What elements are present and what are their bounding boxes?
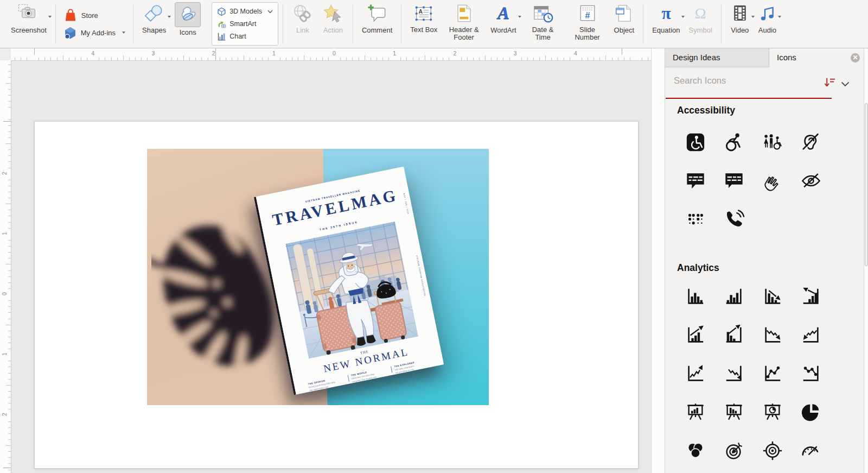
wordart-icon: A — [493, 2, 514, 25]
sort-icon[interactable] — [824, 77, 836, 90]
ruler-tick — [473, 58, 474, 60]
ruler-tick — [316, 58, 317, 60]
closed-captioning-alt-icon[interactable] — [714, 161, 753, 200]
canvas-scrollbar[interactable] — [651, 48, 665, 473]
my-add-ins-button[interactable]: My Add-ins — [62, 26, 126, 40]
line-chart-growth-icon[interactable] — [676, 354, 714, 393]
bar-chart-growth-icon[interactable] — [792, 277, 830, 316]
chart-button[interactable]: Chart — [217, 30, 246, 43]
symbol-button[interactable]: ΩSymbol — [684, 2, 716, 34]
action-label: Action — [323, 26, 343, 34]
bar-chart-rise-alt-icon[interactable] — [714, 316, 753, 354]
text-box-button[interactable]: AText Box — [406, 2, 442, 34]
slide[interactable]: VIETNAM TRAVELLER MAGAZINE TRAVELMAG THE… — [34, 121, 639, 469]
close-pane-button[interactable]: ✕ — [851, 53, 860, 62]
ruler-tick — [8, 343, 11, 343]
bar-chart-rise-icon[interactable] — [676, 316, 714, 354]
ruler-tick — [340, 58, 341, 60]
ruler-tick — [75, 58, 75, 60]
ruler-tick — [564, 58, 564, 60]
wheelchair-user-icon[interactable] — [714, 123, 753, 161]
equation-button[interactable]: πEquation — [648, 2, 684, 34]
date-time-button[interactable]: Date & Time — [521, 2, 565, 41]
ruler-tick — [8, 168, 11, 168]
tab-icons[interactable]: Icons — [769, 48, 864, 67]
header-footer-button[interactable]: Header & Footer — [442, 2, 486, 41]
ruler-tick — [642, 58, 642, 60]
dot-line-chart-up-icon[interactable] — [753, 354, 792, 393]
slide-number-button[interactable]: #Slide Number — [565, 2, 610, 41]
pane-scrollbar-thumb[interactable] — [865, 103, 868, 266]
vertical-ruler[interactable]: 21012 — [0, 60, 11, 473]
ruler-tick — [111, 58, 112, 60]
tab-design-ideas[interactable]: Design Ideas — [665, 48, 769, 67]
ruler-tick — [8, 155, 11, 156]
chevron-down-icon — [267, 10, 273, 14]
sign-language-icon[interactable] — [753, 161, 792, 200]
venn-diagram-icon[interactable] — [676, 431, 714, 470]
ruler-tick — [6, 83, 11, 84]
ruler-tick — [8, 409, 11, 409]
tab-design-ideas-label: Design Ideas — [673, 53, 720, 62]
magazine-photo[interactable]: VIETNAM TRAVELLER MAGAZINE TRAVELMAG THE… — [147, 149, 489, 405]
ruler-tick — [376, 58, 377, 60]
wordart-button[interactable]: AWordArt — [486, 2, 520, 34]
search-icons-input[interactable] — [673, 75, 810, 86]
smartart-button[interactable]: SmartArt — [217, 18, 256, 30]
line-chart-drop-icon[interactable] — [714, 354, 753, 393]
pie-chart-icon[interactable] — [792, 393, 830, 431]
object-button[interactable]: Object — [610, 2, 639, 34]
ruler-tick — [232, 58, 232, 60]
bar-chart-decline-icon[interactable] — [753, 277, 792, 316]
action-button[interactable]: Action — [318, 2, 348, 34]
ruler-tick — [8, 161, 11, 162]
ruler-tick — [503, 58, 503, 60]
chevron-down-icon[interactable] — [841, 79, 850, 89]
icons-button[interactable]: Icons — [170, 2, 205, 36]
shapes-button[interactable]: Shapes — [138, 2, 170, 34]
ruler-tick — [413, 58, 413, 60]
ruler-tick — [238, 58, 238, 60]
presentation-bar-rise-icon[interactable] — [676, 393, 714, 431]
bar-chart-icon[interactable] — [676, 277, 714, 316]
horizontal-ruler[interactable]: 432101234 — [11, 48, 651, 61]
ruler-number: 1 — [1, 230, 8, 237]
chart-label: Chart — [229, 33, 246, 40]
screenshot-button[interactable]: Screenshot — [7, 2, 51, 34]
video-button[interactable]: Video — [726, 2, 754, 34]
pane-scrollbar[interactable] — [864, 48, 868, 473]
store-button[interactable]: Store — [62, 8, 99, 22]
closed-captioning-icon[interactable] — [676, 161, 714, 200]
visually-impaired-icon[interactable] — [792, 161, 830, 200]
presentation-bar-fall-icon[interactable] — [714, 393, 753, 431]
presentation-pie-icon[interactable] — [753, 393, 792, 431]
ruler-tick — [359, 58, 359, 60]
braille-icon[interactable] — [676, 200, 714, 238]
ruler-tick — [521, 58, 522, 60]
ruler-tick — [21, 58, 21, 60]
line-chart-recovery-icon[interactable] — [792, 316, 830, 354]
comment-button[interactable]: Comment — [358, 2, 397, 34]
accessibility-symbol-icon[interactable] — [676, 123, 714, 161]
dot-line-chart-down-icon[interactable] — [792, 354, 830, 393]
assistive-phone-icon[interactable] — [714, 200, 753, 238]
ribbon-group-6: AText BoxHeader & FooterAWordArtDate & T… — [403, 0, 642, 48]
comment-icon — [367, 2, 387, 25]
ruler-tick — [8, 125, 11, 126]
family-accessibility-icon[interactable] — [753, 123, 792, 161]
audio-button[interactable]: Audio — [754, 2, 781, 34]
ruler-tick — [352, 58, 353, 60]
ruler-tick — [570, 58, 570, 60]
line-chart-decline-icon[interactable] — [753, 316, 792, 354]
crosshair-target-icon[interactable] — [753, 431, 792, 470]
column-chart-icon[interactable] — [714, 277, 753, 316]
ruler-number: 4 — [89, 50, 97, 56]
deaf-assistance-icon[interactable] — [792, 123, 830, 161]
dartboard-icon[interactable] — [714, 431, 753, 470]
ruler-tick — [582, 58, 582, 60]
ruler-tick — [8, 240, 11, 241]
speedometer-icon[interactable] — [792, 431, 830, 470]
link-button[interactable]: Link — [288, 2, 318, 34]
3d-models-button[interactable]: 3D Models — [217, 5, 273, 18]
ruler-tick — [123, 55, 124, 60]
